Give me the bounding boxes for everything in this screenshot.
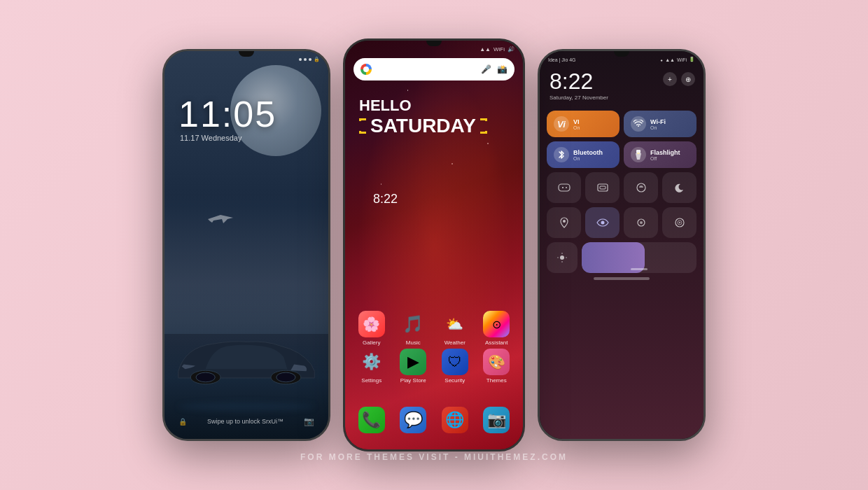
ctrl-row-1: Vi VI On [547,111,696,137]
flashlight-tile[interactable]: Flashlight Off [624,141,696,168]
vi-icon: Vi [554,116,569,132]
svg-point-1 [196,372,215,382]
svg-point-3 [276,372,295,382]
notch1 [239,51,254,57]
app-dock: 📞 💬 🌐 📷 [345,407,523,435]
wifi-icon: WiFi [493,46,505,52]
svg-point-19 [679,222,680,223]
messages-icon: 💬 [400,407,426,433]
hello-widget: HELLO SATURDAY 8:22 [359,97,487,137]
app-security[interactable]: 🛡 Security [437,349,473,384]
app-music[interactable]: 🎵 Music [395,311,431,346]
dock-row: 📞 💬 🌐 📷 [345,407,523,435]
app-settings[interactable]: ⚙️ Settings [354,349,390,384]
hello-text: HELLO [359,97,487,115]
phone1-lockscreen: 🔒 11:05 11.17 Wednesday [162,49,330,441]
app-weather[interactable]: ⛅ Weather [437,311,473,346]
flashlight-icon [631,147,646,162]
app-themes[interactable]: 🎨 Themes [478,349,514,384]
phone-icon: 📞 [358,407,385,433]
svg-point-16 [640,221,643,224]
status-dot2 [304,58,307,61]
ctrl-screenshot-btn[interactable] [585,172,620,203]
bracket-top-left [359,118,366,121]
ctrl-dnd-btn[interactable] [624,172,658,203]
gallery-label: Gallery [363,340,380,346]
ctrl-brightness-icon[interactable] [547,242,578,273]
vi-sub: On [573,125,580,130]
app-gallery[interactable]: 🌸 Gallery [354,311,390,346]
bracket-left [359,118,366,134]
battery-icon: 🔊 [507,46,514,52]
wifi-info: Wi-Fi On [650,118,666,130]
svg-point-20 [560,255,564,260]
ctrl-target-btn[interactable] [662,207,696,238]
add-alarm-btn[interactable]: + [663,72,677,86]
swipe-area[interactable]: 🔒 Swipe up to unlock SrxUi™ 📷 [164,416,328,426]
bluetooth-info: Bluetooth On [573,149,603,161]
car-shadow [178,402,314,411]
time-controls: + ⊕ [663,72,695,86]
wifi-label: Wi-Fi [650,118,666,125]
ctrl-eye-btn[interactable] [585,207,620,238]
settings-btn[interactable]: ⊕ [681,72,695,86]
playstore-label: Play Store [400,377,426,384]
brightness-slider[interactable] [582,242,696,273]
ctrl-dot-btn[interactable] [624,207,658,238]
bluetooth-status: ⬥ [660,57,663,62]
bluetooth-icon [554,147,569,162]
ctrl-small-row-1 [547,172,696,203]
playstore-icon: ▶ [400,349,426,375]
dock-messages[interactable]: 💬 [395,407,431,435]
wifi-tile[interactable]: Wi-Fi On [624,111,696,137]
dock-browser[interactable]: 🌐 [437,407,473,435]
svg-point-5 [637,153,640,154]
themes-label: Themes [486,377,507,384]
svg-rect-11 [600,186,606,189]
phones-container: 🔒 11:05 11.17 Wednesday [162,38,706,451]
settings-label: Settings [361,377,382,384]
ctrl-moon-btn[interactable] [662,172,696,203]
svg-point-14 [601,221,604,225]
dock-phone[interactable]: 📞 [354,407,390,435]
vi-tile[interactable]: Vi VI On [547,111,620,137]
car-silhouette [172,327,321,404]
ctrl-game-btn[interactable] [547,172,581,203]
ctrl-small-row-2 [547,207,696,238]
vi-info: VI On [573,118,580,130]
car-area [164,285,328,439]
bracket-bottom-left [359,131,366,134]
status-dot3 [309,58,312,61]
status-dot1 [299,58,302,61]
phone2-status: ▲▲ WiFi 🔊 [345,46,523,52]
home-indicator-area [547,277,696,280]
saturday-wrapper: SATURDAY [359,115,487,137]
signal-bars: ▲▲ [665,57,675,62]
ctrl-time: 8:22 [550,69,608,94]
camera-icon: 📷 [304,416,314,426]
svg-rect-10 [598,184,608,191]
assistant-icon: ⊙ [483,311,510,337]
themes-icon: 🎨 [483,349,510,375]
settings-icon: ⚙️ [358,349,385,375]
flashlight-sub: Off [650,156,680,161]
bluetooth-tile[interactable]: Bluetooth On [547,141,620,168]
ctrl-location-btn[interactable] [547,207,581,238]
search-bar[interactable]: 🎤 📸 [354,58,514,80]
app-assistant[interactable]: ⊙ Assistant [478,311,514,346]
ctrl-row-2: Bluetooth On Flas [547,141,696,168]
lock-time: 11:05 [178,93,276,135]
dock-camera[interactable]: 📷 [478,407,514,435]
saturday-text: SATURDAY [370,115,476,137]
bluetooth-label: Bluetooth [573,149,603,156]
phone2-homescreen: ▲▲ WiFi 🔊 🎤 📸 HELLO SATURDAY [343,38,525,451]
carrier-text: Idea | Jio 4G [548,57,576,62]
home-indicator [594,277,650,280]
app-row-1: 🌸 Gallery 🎵 Music ⛅ Weather ⊙ Assistant [345,311,523,346]
status-icons: 🔒 [299,57,320,62]
ctrl-date: Saturday, 27 November [550,94,608,101]
app-playstore[interactable]: ▶ Play Store [395,349,431,384]
camera-icon: 📷 [483,407,510,433]
bracket-top-right [480,118,487,121]
bracket-right [480,118,487,134]
